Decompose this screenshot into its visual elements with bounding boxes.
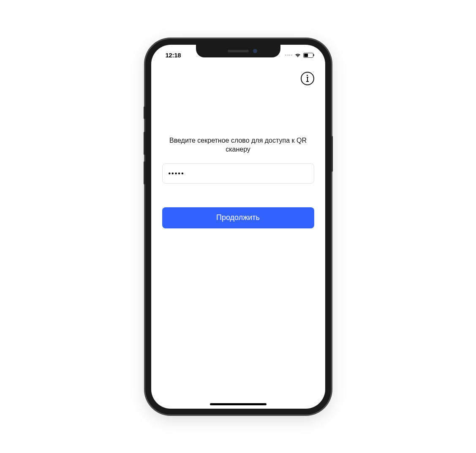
- status-indicators: [285, 53, 313, 58]
- info-icon: [306, 75, 309, 82]
- phone-side-button: [144, 106, 145, 119]
- phone-side-button: [331, 136, 333, 172]
- speaker: [228, 50, 249, 52]
- info-button[interactable]: [301, 72, 314, 85]
- battery-icon: [303, 53, 313, 58]
- front-camera: [253, 49, 257, 53]
- phone-side-button: [144, 161, 145, 184]
- wifi-icon: [294, 53, 301, 58]
- phone-side-button: [144, 132, 145, 155]
- content-area: Введите секретное слово для доступа к QR…: [151, 63, 325, 409]
- home-indicator[interactable]: [210, 403, 267, 405]
- secret-word-input[interactable]: [162, 163, 314, 184]
- cellular-icon: [285, 54, 292, 56]
- status-time: 12:18: [166, 52, 181, 59]
- screen: 12:18: [151, 45, 325, 409]
- phone-frame: 12:18: [145, 39, 331, 415]
- notch: [196, 45, 280, 57]
- continue-button[interactable]: Продолжить: [162, 207, 314, 228]
- prompt-text: Введите секретное слово для доступа к QR…: [162, 136, 314, 154]
